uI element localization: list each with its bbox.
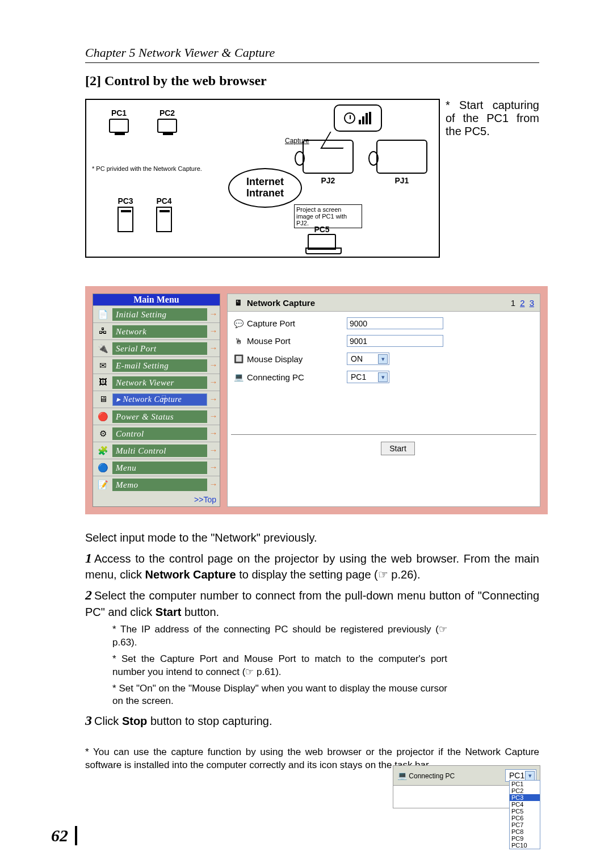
menu-item-initial-setting[interactable]: 📄Initial Setting→: [93, 305, 220, 322]
mini-option[interactable]: PC4: [510, 801, 540, 808]
menu-icon: 🖼: [95, 375, 110, 390]
mini-option[interactable]: PC8: [510, 828, 540, 835]
start-button[interactable]: Start: [381, 442, 415, 455]
menu-item-multi-control[interactable]: 🧩Multi Control→: [93, 442, 220, 459]
menu-label: Network Viewer: [112, 376, 207, 389]
mouse-display-icon: 🔲: [233, 354, 243, 364]
sub-note-2: * Set the Capture Port and Mouse Port to…: [112, 653, 447, 679]
menu-item-network-capture[interactable]: 🖥▸ Network Capture→: [93, 391, 220, 408]
main-menu-title: Main Menu: [93, 294, 220, 305]
mini-option[interactable]: PC6: [510, 815, 540, 821]
diagram-footnote: * PC privided with the Network Capture.: [92, 165, 202, 172]
main-menu: Main Menu 📄Initial Setting→🖧Network→🔌Ser…: [93, 293, 220, 507]
chapter-heading: Chapter 5 Network Viewer & Capture: [85, 45, 539, 63]
menu-icon: 🔌: [95, 341, 110, 356]
panel-icon: 🖥: [233, 297, 243, 308]
network-diagram: PC1 PC2 * PC privided with the Network C…: [85, 99, 440, 258]
mini-option[interactable]: PC2: [510, 787, 540, 794]
capture-port-input[interactable]: [347, 317, 443, 329]
mini-option[interactable]: PC9: [510, 835, 540, 842]
menu-icon: ✉: [95, 358, 110, 373]
menu-icon: 📝: [95, 477, 110, 492]
pc2-label: PC2: [157, 108, 177, 118]
connecting-pc-icon: 💻: [233, 372, 243, 382]
mini-option[interactable]: PC1: [510, 781, 540, 787]
capture-port-icon: 💬: [233, 318, 243, 329]
mini-option-list[interactable]: PC1PC2PC3PC4PC5PC6PC7PC8PC9PC10: [509, 780, 540, 849]
page-number: 62: [51, 826, 77, 845]
menu-label: Menu: [112, 462, 207, 474]
side-note: * Start capturing of the PC1 from the PC…: [446, 99, 539, 138]
balloon-icon: [334, 104, 382, 132]
step-1: 1Access to the control page on the proje…: [85, 549, 539, 582]
menu-icon: 🔴: [95, 409, 110, 424]
menu-arrow-icon: →: [207, 395, 220, 404]
web-ui-screenshot: Main Menu 📄Initial Setting→🖧Network→🔌Ser…: [85, 286, 548, 514]
top-link[interactable]: >>Top: [93, 493, 220, 506]
menu-arrow-icon: →: [207, 360, 220, 370]
menu-item-menu[interactable]: 🔵Menu→: [93, 459, 220, 476]
menu-item-control[interactable]: ⚙Control→: [93, 425, 220, 442]
menu-item-e-mail-setting[interactable]: ✉E-mail Setting→: [93, 357, 220, 374]
mouse-display-select[interactable]: ON▾: [347, 353, 389, 365]
panel-title: Network Capture: [247, 298, 315, 308]
settings-panel: 🖥Network Capture 1 2 3 💬Capture Port 🖱Mo…: [227, 293, 540, 507]
menu-arrow-icon: →: [207, 412, 220, 421]
pj2-label: PJ2: [303, 176, 354, 185]
menu-label: Multi Control: [112, 445, 207, 457]
menu-arrow-icon: →: [207, 446, 220, 455]
internet-oval: InternetIntranet: [228, 168, 302, 208]
mouse-display-label: Mouse Display: [247, 354, 303, 364]
menu-icon: 🔵: [95, 460, 110, 475]
menu-arrow-icon: →: [207, 326, 220, 336]
mini-dropdown-illustration: 💻 Connecting PC PC1▾ PC1PC2PC3PC4PC5PC6P…: [393, 765, 540, 808]
menu-label: Memo: [112, 479, 207, 491]
menu-label: Initial Setting: [112, 308, 207, 321]
pc3-label: PC3: [117, 196, 133, 206]
mini-option[interactable]: PC5: [510, 808, 540, 815]
page-links[interactable]: 1 2 3: [511, 298, 534, 308]
section-title: [2] Control by the web browser: [85, 73, 539, 89]
capture-port-label: Capture Port: [247, 318, 295, 328]
connecting-pc-select[interactable]: PC1▾: [347, 371, 389, 383]
menu-item-power-status[interactable]: 🔴Power & Status→: [93, 408, 220, 425]
menu-icon: ⚙: [95, 426, 110, 441]
menu-label: Network: [112, 325, 207, 338]
mouse-port-label: Mouse Port: [247, 336, 291, 346]
menu-arrow-icon: →: [207, 463, 220, 472]
mouse-port-icon: 🖱: [233, 336, 243, 346]
intro-text: Select input mode to the "Network" previ…: [85, 530, 539, 546]
menu-item-serial-port[interactable]: 🔌Serial Port→: [93, 339, 220, 357]
pc4-label: PC4: [156, 196, 172, 206]
menu-icon: 📄: [95, 307, 110, 322]
mini-option[interactable]: PC7: [510, 821, 540, 828]
pc1-label: PC1: [109, 108, 129, 118]
sub-note-1: * The IP address of the connecting PC sh…: [112, 623, 447, 649]
menu-item-network[interactable]: 🖧Network→: [93, 322, 220, 339]
menu-item-memo[interactable]: 📝Memo→: [93, 476, 220, 493]
menu-icon: 🖧: [95, 324, 110, 339]
menu-label: Power & Status: [112, 410, 207, 423]
menu-arrow-icon: →: [207, 480, 220, 489]
pj1-label: PJ1: [376, 176, 427, 185]
pc5-label: PC5: [308, 225, 336, 234]
menu-icon: 🖥: [95, 392, 110, 407]
menu-icon: 🧩: [95, 443, 110, 458]
menu-arrow-icon: →: [207, 429, 220, 438]
connecting-pc-label: Connecting PC: [247, 372, 304, 382]
step-3: 3Click Stop button to stop capturing.: [85, 711, 539, 729]
menu-label: Control: [112, 427, 207, 440]
sub-note-3: * Set "On" on the "Mouse Display" when y…: [112, 682, 447, 708]
mouse-port-input[interactable]: [347, 335, 443, 347]
mini-option[interactable]: PC10: [510, 842, 540, 849]
menu-item-network-viewer[interactable]: 🖼Network Viewer→: [93, 374, 220, 391]
menu-arrow-icon: →: [207, 343, 220, 353]
menu-arrow-icon: →: [207, 378, 220, 387]
menu-arrow-icon: →: [207, 309, 220, 319]
menu-label: Serial Port: [112, 342, 207, 355]
menu-label: ▸ Network Capture: [112, 393, 207, 406]
menu-label: E-mail Setting: [112, 359, 207, 372]
step-2: 2Select the computer number to connect f…: [85, 586, 539, 619]
mini-option[interactable]: PC3: [510, 794, 540, 801]
